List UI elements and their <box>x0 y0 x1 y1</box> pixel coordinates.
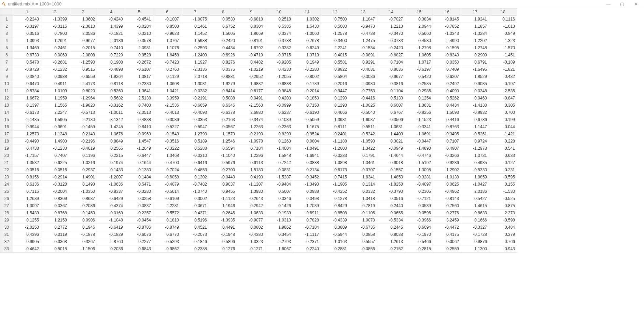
cell[interactable]: 0.9944 <box>13 123 41 131</box>
cell[interactable]: -0.3222 <box>153 145 181 152</box>
cell[interactable]: 1.4399 <box>97 23 125 30</box>
cell[interactable]: -0.2420 <box>209 37 237 44</box>
cell[interactable]: 0.3021 <box>377 138 405 145</box>
cell[interactable]: -0.3280 <box>125 188 153 195</box>
cell[interactable]: -0.6559 <box>69 73 97 80</box>
cell[interactable]: 0.3809 <box>321 224 349 231</box>
cell[interactable]: -0.4097 <box>405 181 433 188</box>
cell[interactable]: -0.5466 <box>405 238 433 245</box>
row-header[interactable]: 6 <box>0 52 13 59</box>
cell[interactable]: -0.9876 <box>461 238 489 245</box>
cell[interactable]: 0.4233 <box>265 66 293 73</box>
cell[interactable]: 0.1397 <box>13 102 41 109</box>
cell[interactable]: 0.0332 <box>349 188 377 195</box>
cell[interactable]: 1.3713 <box>293 52 321 59</box>
cell[interactable]: 2.5138 <box>125 95 153 102</box>
cell[interactable]: -0.2196 <box>69 138 97 145</box>
cell[interactable]: 1.5848 <box>265 152 293 159</box>
cell[interactable]: -0.0891 <box>349 52 377 59</box>
cell[interactable]: 0.8118 <box>97 80 125 88</box>
cell[interactable]: 1.9882 <box>237 80 265 88</box>
cell[interactable]: -0.3495 <box>433 131 461 138</box>
row-header[interactable]: 7 <box>0 59 13 66</box>
cell[interactable]: -0.2330 <box>125 80 153 88</box>
cell[interactable]: -0.3578 <box>125 37 153 44</box>
cell[interactable]: 0.3002 <box>181 195 209 202</box>
row-header[interactable]: 10 <box>0 80 13 88</box>
row-header[interactable]: 16 <box>0 123 13 131</box>
cell[interactable]: -0.2014 <box>293 88 321 95</box>
cell[interactable]: 1.2793 <box>181 131 209 138</box>
cell[interactable]: -0.044 <box>489 123 517 131</box>
cell[interactable]: 0.2445 <box>377 224 405 231</box>
cell[interactable]: 1.1565 <box>41 102 69 109</box>
cell[interactable]: 0.2565 <box>97 145 125 152</box>
cell[interactable]: -0.5976 <box>209 159 237 166</box>
cell[interactable]: -0.0284 <box>125 23 153 30</box>
cell[interactable]: -0.9524 <box>293 131 321 138</box>
cell[interactable]: 0.7403 <box>125 102 153 109</box>
cell[interactable]: 1.2213 <box>377 23 405 30</box>
cell[interactable]: -0.9846 <box>265 88 293 95</box>
cell[interactable]: 0.0062 <box>433 238 461 245</box>
cell[interactable]: 1.1959 <box>41 95 69 102</box>
cell[interactable]: -0.8749 <box>153 224 181 231</box>
cell[interactable]: -1.2978 <box>461 145 489 152</box>
cell[interactable]: 0.1946 <box>69 224 97 231</box>
cell[interactable]: -0.4013 <box>153 109 181 116</box>
cell[interactable]: 1.5905 <box>41 116 69 123</box>
cell[interactable]: 1.451 <box>489 52 517 59</box>
cell[interactable]: -1.2748 <box>461 44 489 52</box>
cell[interactable]: 1.1946 <box>209 202 237 210</box>
cell[interactable]: 2.0944 <box>405 23 433 30</box>
cell[interactable]: -1.9820 <box>69 102 97 109</box>
cell[interactable]: -0.0707 <box>349 166 377 174</box>
cell[interactable]: -1.0075 <box>181 16 209 23</box>
cell[interactable]: 1.1927 <box>181 59 209 66</box>
cell[interactable]: -2.2793 <box>265 238 293 245</box>
cell[interactable]: 0.4193 <box>237 174 265 181</box>
cell[interactable]: 1.4547 <box>125 138 153 145</box>
cell[interactable]: -0.8002 <box>293 73 321 80</box>
cell[interactable]: 0.6136 <box>13 181 41 188</box>
row-header[interactable]: 2 <box>0 23 13 30</box>
cell[interactable]: -1.1348 <box>41 131 69 138</box>
cell[interactable]: 1.0859 <box>461 174 489 181</box>
cell[interactable]: 0.1290 <box>321 95 349 102</box>
cell[interactable]: 0.4521 <box>181 224 209 231</box>
cell[interactable]: 0.1789 <box>293 80 321 88</box>
column-header[interactable]: 13 <box>349 9 377 16</box>
cell[interactable]: 1.8669 <box>237 30 265 37</box>
cell[interactable]: 0.1278 <box>321 195 349 202</box>
cell[interactable]: 0.7115 <box>13 188 41 195</box>
cell[interactable]: -0.2914 <box>41 174 69 181</box>
cell[interactable]: -0.7184 <box>293 224 321 231</box>
cell[interactable]: -0.0596 <box>405 210 433 217</box>
cell[interactable]: -0.4093 <box>181 109 209 116</box>
cell[interactable]: 0.5088 <box>209 95 237 102</box>
cell[interactable]: -0.4642 <box>13 245 41 253</box>
cell[interactable]: 0.3840 <box>13 73 41 80</box>
cell[interactable]: 0.0906 <box>69 217 97 224</box>
cell[interactable]: 0.1116 <box>489 16 517 23</box>
cell[interactable]: -0.6416 <box>181 159 209 166</box>
cell[interactable]: 0.6177 <box>237 88 265 95</box>
cell[interactable]: 0.943 <box>489 245 517 253</box>
row-header[interactable]: 19 <box>0 145 13 152</box>
cell[interactable]: 0.7107 <box>433 138 461 145</box>
cell[interactable]: -0.3516 <box>153 138 181 145</box>
cell[interactable]: -0.8343 <box>433 52 461 59</box>
cell[interactable]: -1.2590 <box>69 59 97 66</box>
cell[interactable]: -0.847 <box>489 95 517 102</box>
cell[interactable]: 0.0367 <box>41 202 69 210</box>
cell[interactable]: -0.6818 <box>237 16 265 23</box>
minimize-button[interactable]: — <box>602 0 615 8</box>
cell[interactable]: 0.8687 <box>69 195 97 202</box>
cell[interactable]: -0.7852 <box>433 23 461 30</box>
variable-grid-scroll[interactable]: 123456789101112131415161718 1-0.2243-1.3… <box>0 8 644 336</box>
cell[interactable]: -0.2016 <box>321 80 349 88</box>
cell[interactable]: -1.4004 <box>265 145 293 152</box>
cell[interactable]: 0.3516 <box>13 30 41 37</box>
cell[interactable]: 0.8276 <box>209 59 237 66</box>
cell[interactable]: -0.6429 <box>97 195 125 202</box>
